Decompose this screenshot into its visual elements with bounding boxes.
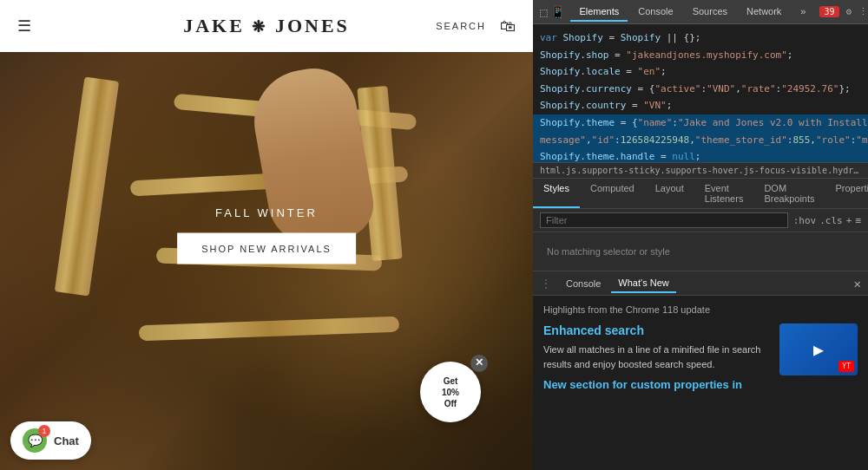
styles-panel: Styles Computed Layout Event Listeners D… [533,179,868,271]
code-line-1: var Shopify = Shopify || {}; [533,29,868,47]
devtools-tabs: Elements Console Sources Network » [570,3,814,22]
code-editor: var Shopify = Shopify || {}; Shopify.sho… [533,24,868,162]
code-line-3: Shopify.locale = "en"; [533,63,868,81]
no-match-message: No matching selector or style [533,232,868,271]
whats-new-content: Highlights from the Chrome 118 update En… [533,296,868,470]
code-line-6: Shopify.theme = {"name":"Jake and Jones … [533,114,868,132]
tab-sources[interactable]: Sources [684,3,736,22]
filter-row: :hov .cls + ≡ [533,209,868,232]
new-section-title: New section for custom properties in [543,378,771,391]
tab-network[interactable]: Network [738,3,790,22]
devtools-topbar: ⬚ 📱 Elements Console Sources Network » 3… [533,0,868,24]
store-logo: JAKE ❋ JONES [183,15,350,37]
menu-icon[interactable]: ☰ [17,16,31,36]
close-bottom-panel-icon[interactable]: ✕ [854,277,861,290]
search-label[interactable]: SEARCH [436,21,486,31]
devtools-right-icons: 39 ⚙ ⋮ ✕ [819,6,868,17]
discount-line3: Off [444,398,457,409]
tab-console-bottom[interactable]: Console [559,275,608,292]
more-icon[interactable]: ⋮ [858,6,868,17]
season-label: FALL WINTER [177,206,356,219]
breadcrumb-text: html.js.supports-sticky.supports-hover.j… [540,166,868,175]
settings-icon[interactable]: ⚙ [846,6,852,17]
hov-button[interactable]: :hov [793,215,817,226]
youtube-icon: YT [838,361,854,372]
code-line-5: Shopify.country = "VN"; [533,97,868,114]
discount-line1: Get [444,375,458,387]
hero-text-overlay: FALL WINTER SHOP NEW ARRIVALS [177,206,356,264]
styles-tab-computed[interactable]: Computed [580,179,645,208]
tab-console[interactable]: Console [629,3,681,22]
chat-widget[interactable]: 💬 1 Chat [10,421,91,460]
code-line-7: message","id":126584225948,"theme_store_… [533,132,868,149]
tab-elements[interactable]: Elements [570,3,628,22]
inspect-icon[interactable]: ⬚ [540,5,547,19]
cls-button[interactable]: .cls [819,215,843,226]
enhanced-search-title: Enhanced search [543,323,771,337]
text-content: Enhanced search View all matches in a li… [543,323,771,391]
more-styles-button[interactable]: ≡ [855,215,861,226]
bottom-content-row: Enhanced search View all matches in a li… [543,323,858,391]
store-panel: ☰ JAKE ❋ JONES SEARCH 🛍 FALL WINTER SHOP… [0,0,533,470]
hov-cls-bar: :hov .cls + ≡ [793,215,861,226]
devtools-icons-left: ⬚ 📱 [540,5,565,19]
tab-whats-new[interactable]: What's New [611,274,675,293]
styles-tab-properties[interactable]: Properties [825,179,869,208]
drag-handle-icon: ⋮ [540,277,552,290]
store-header: ☰ JAKE ❋ JONES SEARCH 🛍 [0,0,533,52]
styles-tab-styles[interactable]: Styles [533,179,580,208]
play-icon: ▶ [813,339,824,360]
enhanced-search-desc: View all matches in a line of a minified… [543,343,771,371]
tab-more[interactable]: » [792,3,814,22]
highlights-label: Highlights from the Chrome 118 update [543,304,858,315]
breadcrumb-bar: html.js.supports-sticky.supports-hover.j… [533,162,868,179]
logo-flower: ❋ [252,17,267,36]
styles-tab-layout[interactable]: Layout [645,179,694,208]
discount-close-button[interactable]: ✕ [470,355,488,372]
styles-tab-event-listeners[interactable]: Event Listeners [694,179,754,208]
cart-icon[interactable]: 🛍 [500,17,516,36]
discount-line2: 10% [442,387,459,398]
bottom-tabs-bar: ⋮ Console What's New ✕ [533,271,868,296]
logo-text-jones: JONES [275,15,350,36]
styles-tab-dom-breakpoints[interactable]: DOM Breakpoints [753,179,825,208]
header-actions: SEARCH 🛍 [436,17,516,36]
device-icon[interactable]: 📱 [550,5,565,19]
add-style-button[interactable]: + [846,215,852,226]
styles-nav: Styles Computed Layout Event Listeners D… [533,179,868,209]
bottom-panel: ⋮ Console What's New ✕ Highlights from t… [533,271,868,470]
video-thumbnail[interactable]: ▶ YT [779,323,858,375]
chat-notification-badge: 1 [38,425,50,437]
code-line-8: Shopify.theme.handle = null; [533,148,868,162]
devtools-panel: ⬚ 📱 Elements Console Sources Network » 3… [533,0,868,470]
discount-popup: ✕ Get 10% Off [420,362,481,422]
code-line-4: Shopify.currency = {"active":"VND","rate… [533,81,868,98]
code-line-2: Shopify.shop = "jakeandjones.myshopify.c… [533,47,868,64]
styles-filter-input[interactable] [540,212,788,228]
chat-label: Chat [54,434,79,447]
chat-avatar: 💬 1 [23,428,47,453]
logo-text-jake: JAKE [183,15,245,36]
error-count-badge: 39 [819,6,838,17]
shop-new-arrivals-button[interactable]: SHOP NEW ARRIVALS [177,233,356,264]
